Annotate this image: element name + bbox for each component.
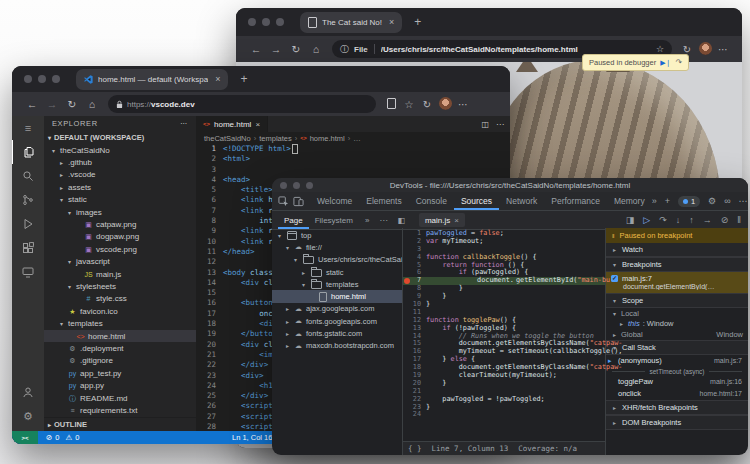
inspect-icon[interactable] — [278, 196, 289, 207]
tree-item-vscode-png[interactable]: ▣vscode.png — [44, 243, 196, 255]
line-number[interactable]: 19 — [196, 329, 223, 339]
back-icon[interactable]: ← — [246, 43, 266, 55]
tree-item-file-[interactable]: ▾☁file:// — [272, 241, 402, 253]
run-debug-icon[interactable] — [12, 212, 44, 236]
editor-tab-home-html[interactable]: <> home.html × — [196, 116, 268, 132]
tree-item-requirements-txt[interactable]: ≡requirements.txt — [44, 404, 196, 416]
line-number[interactable]: 16 — [196, 298, 223, 308]
callstack-section-header[interactable]: ▾Call Stack — [606, 340, 748, 355]
line-number[interactable]: 2 — [403, 238, 426, 246]
explorer-icon[interactable] — [12, 140, 45, 164]
step-over-icon[interactable]: ↷ — [675, 58, 682, 67]
extensions-icon[interactable] — [12, 236, 44, 260]
step-over-icon[interactable]: ↷ — [659, 215, 667, 225]
panel-tab-welcome[interactable]: Welcome — [310, 192, 359, 210]
breadcrumb-part[interactable]: templates — [259, 134, 292, 143]
scope-global-row[interactable]: ▸Global Window — [606, 329, 748, 340]
tree-item-thecatsaidno[interactable]: ▾theCatSaidNo — [44, 144, 196, 156]
tree-item-maxcdn-bootstrapcdn-com[interactable]: ▸☁maxcdn.bootstrapcdn.com — [272, 340, 402, 352]
new-tab-button[interactable]: + — [414, 15, 421, 29]
device-toolbar-icon[interactable] — [293, 196, 304, 207]
line-number[interactable]: 1 — [196, 144, 223, 154]
line-number[interactable]: 11 — [196, 247, 223, 257]
call-stack-frame[interactable]: togglePawmain.js:16 — [606, 376, 748, 388]
forward-icon[interactable]: → — [42, 98, 62, 110]
line-number[interactable]: 15 — [196, 288, 223, 298]
forward-icon[interactable]: → — [266, 43, 286, 55]
link-icon[interactable]: ∞ — [724, 196, 730, 206]
remote-explorer-icon[interactable] — [12, 260, 44, 284]
panel-tab-performance[interactable]: Performance — [544, 192, 607, 210]
panel-tab-console[interactable]: Console — [409, 192, 454, 210]
line-number[interactable]: 6 — [196, 195, 223, 205]
line-number[interactable]: 21 — [196, 350, 223, 360]
tree-item-catpaw-png[interactable]: ▣catpaw.png — [44, 218, 196, 230]
favorite-star-icon[interactable]: ☆ — [656, 44, 664, 54]
close-editor-tab-icon[interactable]: × — [255, 120, 260, 129]
close-file-tab-icon[interactable]: × — [454, 216, 459, 225]
hide-navigator-icon[interactable]: ◧ — [393, 216, 409, 225]
tree-item-templates[interactable]: ▾templates — [272, 278, 402, 290]
home-icon[interactable]: ⌂ — [82, 98, 102, 110]
line-number[interactable]: 3 — [196, 165, 223, 175]
call-stack-frame[interactable]: ▸(anonymous)main.js:7 — [606, 355, 748, 367]
nav-more-icon[interactable]: » — [361, 216, 373, 225]
toggle-debugger-sidebar-icon[interactable]: ◨ — [626, 215, 635, 225]
workspace-section-header[interactable]: ▾ DEFAULT (WORKSPACE) — [44, 131, 196, 144]
line-number[interactable]: 20 — [196, 340, 223, 350]
call-stack-frame[interactable]: onclickhome.html:17 — [606, 388, 748, 400]
line-number[interactable]: 13 — [196, 268, 223, 278]
tree-item-home-html[interactable]: <>home.html — [44, 330, 196, 342]
tree-item-assets[interactable]: ▸assets — [44, 181, 196, 193]
line-number[interactable]: 24 — [403, 411, 426, 419]
nav-menu-icon[interactable]: ⋯ — [375, 216, 391, 225]
tree-item-users-chris-src-thecatsaidno[interactable]: ▾Users/chris/src/theCatSaidNo — [272, 254, 402, 266]
traffic-lights[interactable] — [280, 182, 313, 189]
editor-more-icon[interactable]: ⋯ — [496, 120, 504, 129]
line-number[interactable]: 7 — [196, 206, 223, 216]
tree-item-templates[interactable]: ▾templates — [44, 317, 196, 329]
line-number[interactable]: 14 — [196, 278, 223, 288]
resume-script-icon[interactable]: ▷ — [643, 215, 650, 225]
line-number[interactable]: 12 — [196, 257, 223, 267]
line-number[interactable]: 10 — [196, 237, 223, 247]
cursor-position-status[interactable]: Ln 1, Col 16 — [232, 433, 272, 442]
split-editor-icon[interactable]: ◫ — [481, 120, 489, 129]
tree-item-javascript[interactable]: ▾javascript — [44, 256, 196, 268]
settings-gear-icon[interactable]: ⚙ — [708, 196, 716, 206]
close-tab-icon[interactable]: × — [215, 74, 220, 84]
tree-item-static[interactable]: ▾static — [44, 194, 196, 206]
line-number[interactable]: 25 — [196, 391, 223, 401]
file-tab-main-js[interactable]: main.js × — [419, 213, 465, 227]
xhr-breakpoints-section-header[interactable]: ▸XHR/fetch Breakpoints — [606, 400, 748, 415]
traffic-lights[interactable] — [24, 75, 60, 83]
tree-item--vscode[interactable]: ▸.vscode — [44, 169, 196, 181]
info-icon[interactable]: ⓘ — [340, 43, 349, 56]
sync-icon[interactable]: ↻ — [418, 99, 436, 110]
favorite-star-icon[interactable]: ☆ — [400, 99, 418, 110]
tree-item-style-css[interactable]: #style.css — [44, 293, 196, 305]
breadcrumb-part[interactable]: theCatSaidNo — [204, 134, 251, 143]
cat-browser-tab[interactable]: The Cat said No! × — [300, 12, 402, 33]
tree-item-app-test-py[interactable]: pyapp_test.py — [44, 367, 196, 379]
line-number[interactable]: 27 — [196, 412, 223, 422]
line-number[interactable]: 26 — [196, 401, 223, 411]
line-number[interactable]: 24 — [196, 381, 223, 391]
tree-item-fonts-gstatic-com[interactable]: ▸☁fonts.gstatic.com — [272, 327, 402, 339]
tree-item-static[interactable]: ▸static — [272, 266, 402, 278]
tree-item-dogpaw-png[interactable]: ▣dogpaw.png — [44, 231, 196, 243]
line-number[interactable]: 23 — [196, 371, 223, 381]
line-number[interactable]: 9 — [196, 226, 223, 236]
profile-avatar[interactable] — [436, 97, 454, 112]
sources-code-editor[interactable]: 1pawToggled = false;2var myTimeout;34fun… — [403, 228, 605, 455]
reload-icon[interactable]: ↻ — [62, 98, 82, 110]
scope-section-header[interactable]: ▾Scope — [606, 293, 748, 308]
line-number[interactable]: 5 — [196, 185, 223, 195]
breadcrumb[interactable]: theCatSaidNo›templates›<>home.html›… — [196, 132, 510, 144]
more-menu-icon[interactable]: ⋯ — [454, 99, 472, 110]
issues-badge[interactable]: 1 — [678, 196, 700, 207]
line-number[interactable]: 3 — [403, 246, 426, 254]
reload-icon[interactable]: ↻ — [286, 43, 306, 55]
close-tab-icon[interactable]: × — [389, 17, 394, 27]
dom-breakpoints-section-header[interactable]: ▸DOM Breakpoints — [606, 415, 748, 430]
